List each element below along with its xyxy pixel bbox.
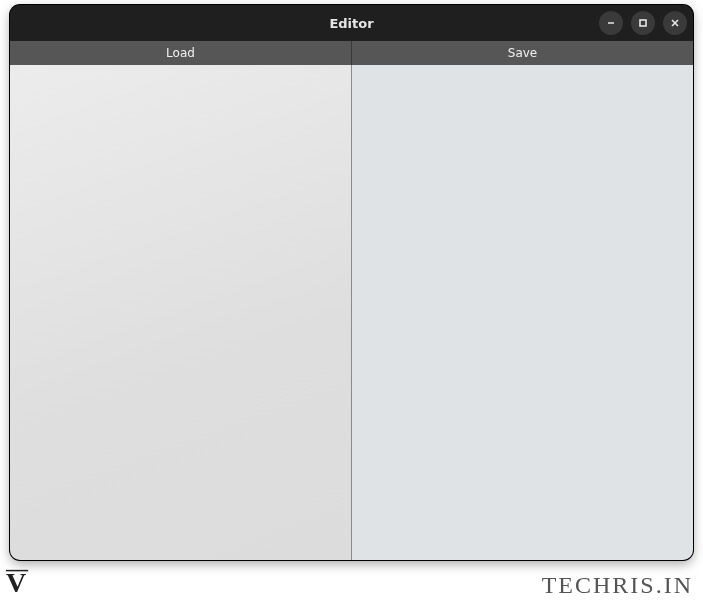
save-button[interactable]: Save (351, 41, 693, 65)
maximize-icon (638, 18, 648, 28)
window-controls (599, 11, 687, 35)
close-icon (670, 18, 680, 28)
minimize-icon (606, 18, 616, 28)
titlebar: Editor (10, 5, 693, 41)
minimize-button[interactable] (599, 11, 623, 35)
logo-hat-icon: — (6, 565, 29, 573)
load-button[interactable]: Load (10, 41, 351, 65)
window-title: Editor (329, 16, 373, 31)
maximize-button[interactable] (631, 11, 655, 35)
app-window: Editor Load Save (10, 5, 693, 560)
right-pane[interactable] (352, 65, 694, 560)
watermark-text: TECHRIS.IN (542, 572, 693, 599)
watermark-logo: — V (6, 559, 29, 599)
toolbar: Load Save (10, 41, 693, 65)
editor-body (10, 65, 693, 560)
left-pane[interactable] (10, 65, 352, 560)
svg-rect-1 (640, 20, 646, 26)
close-button[interactable] (663, 11, 687, 35)
